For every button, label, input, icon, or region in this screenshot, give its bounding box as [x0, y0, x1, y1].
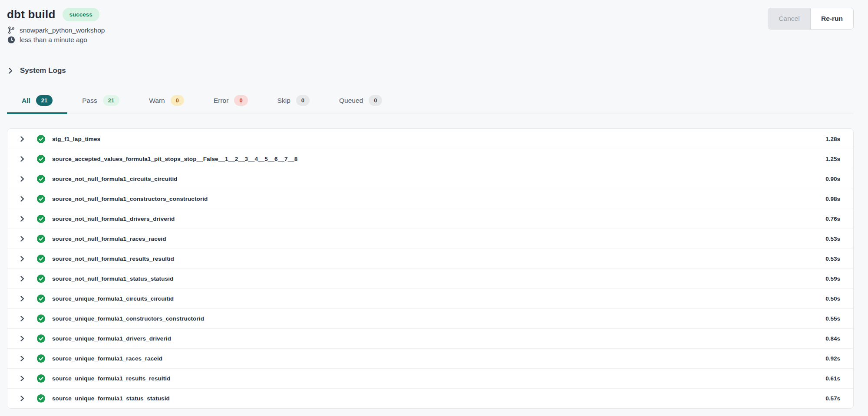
chevron-right-icon[interactable]: [19, 335, 26, 342]
branch-name: snowpark_python_workshop: [20, 26, 105, 34]
tab-all[interactable]: All 21: [7, 92, 67, 114]
run-header: dbt build success: [7, 8, 854, 21]
chevron-right-icon[interactable]: [19, 255, 26, 262]
chevron-right-icon[interactable]: [19, 175, 26, 183]
time-ago: less than a minute ago: [20, 36, 87, 44]
result-row[interactable]: source_unique_formula1_races_raceid 0.92…: [7, 348, 853, 368]
tab-count-badge: 21: [103, 95, 119, 106]
result-row[interactable]: source_accepted_values_formula1_pit_stop…: [7, 149, 853, 169]
result-duration: 0.55s: [825, 315, 840, 322]
time-row: less than a minute ago: [7, 36, 854, 44]
result-duration: 0.92s: [825, 355, 840, 362]
check-circle-icon: [37, 215, 45, 223]
tab-count-badge: 21: [36, 95, 53, 106]
chevron-right-icon[interactable]: [19, 315, 26, 322]
chevron-right-icon[interactable]: [19, 155, 26, 163]
check-circle-icon: [37, 135, 45, 143]
tab-error[interactable]: Error 0: [199, 92, 263, 114]
result-row[interactable]: source_unique_formula1_results_resultid …: [7, 368, 853, 388]
rerun-button[interactable]: Re-run: [811, 8, 853, 29]
results-list: stg_f1_lap_times 1.28s source_accepted_v…: [7, 128, 854, 409]
tab-warn[interactable]: Warn 0: [134, 92, 199, 114]
result-name: source_unique_formula1_drivers_driverid: [52, 335, 171, 342]
result-row[interactable]: source_unique_formula1_status_statusid 0…: [7, 388, 853, 408]
tab-count-badge: 0: [369, 95, 382, 106]
tab-label: Warn: [149, 97, 165, 105]
check-circle-icon: [37, 255, 45, 263]
chevron-right-icon[interactable]: [19, 135, 26, 143]
result-row[interactable]: source_not_null_formula1_constructors_co…: [7, 189, 853, 209]
result-duration: 0.53s: [825, 236, 840, 242]
chevron-right-icon[interactable]: [19, 215, 26, 223]
result-duration: 0.76s: [825, 216, 840, 222]
system-logs-label: System Logs: [20, 66, 66, 75]
result-row[interactable]: source_unique_formula1_drivers_driverid …: [7, 328, 853, 348]
status-badge: success: [63, 8, 99, 21]
run-actions: Cancel Re-run: [768, 8, 854, 29]
result-name: source_not_null_formula1_results_resulti…: [52, 255, 174, 262]
result-name: source_not_null_formula1_circuits_circui…: [52, 176, 178, 182]
chevron-right-icon[interactable]: [19, 235, 26, 242]
branch-row: snowpark_python_workshop: [7, 26, 854, 34]
system-logs-toggle[interactable]: System Logs: [7, 66, 66, 75]
chevron-right-icon[interactable]: [19, 275, 26, 282]
result-name: source_unique_formula1_constructors_cons…: [52, 315, 204, 322]
clock-icon: [7, 36, 15, 44]
tab-label: Skip: [277, 97, 290, 105]
result-duration: 0.84s: [825, 335, 840, 342]
run-detail-page: dbt build success Cancel Re-run snowpark…: [0, 0, 868, 416]
tab-queued[interactable]: Queued 0: [324, 92, 397, 114]
result-duration: 1.25s: [825, 156, 840, 162]
result-duration: 0.57s: [825, 395, 840, 402]
result-name: source_unique_formula1_results_resultid: [52, 375, 171, 382]
check-circle-icon: [37, 155, 45, 163]
check-circle-icon: [37, 275, 45, 283]
chevron-right-icon[interactable]: [19, 195, 26, 203]
result-name: source_unique_formula1_circuits_circuiti…: [52, 295, 174, 302]
result-name: source_unique_formula1_races_raceid: [52, 355, 162, 362]
result-name: source_not_null_formula1_status_statusid: [52, 275, 173, 282]
tab-count-badge: 0: [171, 95, 184, 106]
cancel-button[interactable]: Cancel: [768, 8, 811, 29]
result-name: source_not_null_formula1_drivers_driveri…: [52, 216, 175, 222]
tab-label: All: [22, 97, 30, 105]
result-duration: 0.53s: [825, 255, 840, 262]
result-row[interactable]: source_not_null_formula1_status_statusid…: [7, 269, 853, 288]
result-duration: 0.50s: [825, 295, 840, 302]
tab-label: Error: [214, 97, 228, 105]
git-branch-icon: [7, 26, 15, 34]
result-name: source_accepted_values_formula1_pit_stop…: [52, 156, 297, 162]
result-name: source_not_null_formula1_constructors_co…: [52, 196, 208, 202]
check-circle-icon: [37, 195, 45, 203]
chevron-right-icon: [7, 67, 14, 75]
tab-pass[interactable]: Pass 21: [67, 92, 134, 114]
check-circle-icon: [37, 235, 45, 243]
tab-label: Queued: [339, 97, 363, 105]
result-row[interactable]: source_unique_formula1_constructors_cons…: [7, 308, 853, 328]
check-circle-icon: [37, 175, 45, 183]
check-circle-icon: [37, 354, 45, 363]
result-duration: 0.90s: [825, 176, 840, 182]
result-row[interactable]: source_not_null_formula1_races_raceid 0.…: [7, 229, 853, 249]
tab-count-badge: 0: [296, 95, 310, 106]
result-row[interactable]: source_not_null_formula1_circuits_circui…: [7, 169, 853, 189]
check-circle-icon: [37, 334, 45, 343]
chevron-right-icon[interactable]: [19, 375, 26, 382]
tab-count-badge: 0: [234, 95, 248, 106]
result-row[interactable]: source_unique_formula1_circuits_circuiti…: [7, 288, 853, 308]
tab-skip[interactable]: Skip 0: [263, 92, 324, 114]
result-name: source_not_null_formula1_races_raceid: [52, 236, 166, 242]
chevron-right-icon[interactable]: [19, 295, 26, 302]
result-row[interactable]: source_not_null_formula1_results_resulti…: [7, 249, 853, 269]
result-row[interactable]: source_not_null_formula1_drivers_driveri…: [7, 209, 853, 229]
result-row[interactable]: stg_f1_lap_times 1.28s: [7, 129, 853, 149]
result-duration: 1.28s: [825, 136, 840, 142]
result-duration: 0.61s: [825, 375, 840, 382]
check-circle-icon: [37, 394, 45, 403]
chevron-right-icon[interactable]: [19, 395, 26, 402]
run-meta: snowpark_python_workshop less than a min…: [7, 26, 854, 44]
result-name: stg_f1_lap_times: [52, 136, 100, 142]
chevron-right-icon[interactable]: [19, 355, 26, 362]
result-duration: 0.59s: [825, 275, 840, 282]
check-circle-icon: [37, 295, 45, 303]
